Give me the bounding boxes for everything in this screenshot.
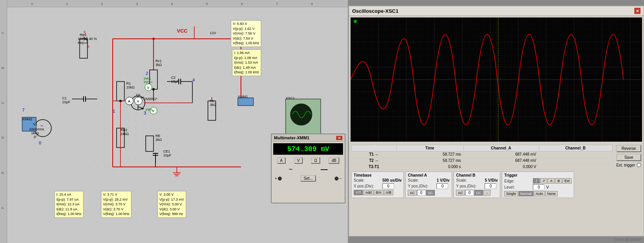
- chb-ypos-input[interactable]: [485, 183, 496, 189]
- trigger-mode-group: Single Normal Auto None: [504, 191, 571, 196]
- cha-ac[interactable]: AC: [408, 190, 417, 196]
- trigger-edge-label: Edge:: [504, 179, 531, 183]
- ce1-value: 10µF: [163, 153, 171, 157]
- mm-plus-jack: [278, 177, 282, 181]
- save-button[interactable]: Save: [616, 154, 641, 161]
- osc-close-button[interactable]: ✕: [634, 8, 641, 14]
- measurements-table: Time Channel_A Channel_B T1 ↔ 58.727 ms …: [351, 145, 613, 170]
- cha-coupling-group: AC DC: [408, 190, 450, 196]
- ext-trigger-row: Ext. trigger: [616, 163, 641, 167]
- meas-row-t2: T2 ↔ 58.727 ms 687.448 mV: [352, 158, 613, 164]
- c2-label: C2: [171, 76, 176, 80]
- t2t1-chb: [539, 164, 612, 170]
- svg-text:4: 4: [171, 2, 173, 6]
- xmm2-label: XMM2: [22, 117, 32, 121]
- channel-a-section: Channel A Scale: 1 V/Div Y pos.(Div): AC…: [405, 172, 452, 198]
- rb2-value: 24kΩ: [120, 132, 129, 136]
- chb-coupling-val[interactable]: [465, 190, 474, 196]
- trig-normal[interactable]: Normal: [518, 191, 534, 196]
- trig-edge-rise[interactable]: ↗: [540, 178, 547, 184]
- svg-line-41: [138, 107, 144, 109]
- cha-coupling-val[interactable]: [417, 190, 426, 196]
- chb-ac[interactable]: AC: [456, 190, 465, 196]
- trig-auto[interactable]: Auto: [534, 191, 545, 196]
- mm-Ohm-button[interactable]: Ω: [311, 157, 320, 164]
- rw1-value: 100kΩ 40 %: [78, 37, 97, 41]
- timebase-section: Timebase Scale: 500 us/Div X pos.(Div): …: [351, 172, 404, 198]
- cha-ypos-label: Y pos.(Div):: [408, 184, 435, 188]
- chb-title: Channel B: [456, 173, 498, 177]
- chb-ypos-row: Y pos.(Div):: [456, 183, 498, 189]
- cha-scale-label: Scale:: [408, 178, 435, 182]
- trig-single[interactable]: Single: [504, 191, 518, 196]
- copyright: CSDN @Zanebla: [614, 238, 641, 241]
- svg-text:A: A: [128, 99, 131, 103]
- trig-edge-b[interactable]: B: [555, 178, 562, 184]
- ext-trigger-radio[interactable]: [637, 163, 641, 167]
- mm-mode-row: ~ —: [272, 165, 345, 174]
- chb-minus[interactable]: -: [483, 190, 490, 196]
- mm-A-button[interactable]: A: [277, 157, 286, 164]
- svg-point-49: [126, 97, 133, 105]
- osc-right-buttons: Reverse Save Ext. trigger: [616, 145, 641, 167]
- svg-text:C: C: [1, 101, 5, 104]
- mm-dc-icon[interactable]: —: [321, 165, 328, 174]
- mm-V-button[interactable]: V: [294, 157, 303, 164]
- tooltip-rc1: I: 1.96 mAI(p-p): 1.08 mAI(rms): 1.53 mA…: [232, 49, 261, 76]
- chb-scale-row: Scale: 5 V/Div: [456, 178, 498, 182]
- mm-ac-icon[interactable]: ~: [289, 165, 293, 174]
- node7: 7: [22, 108, 24, 112]
- c2-value: 10µF: [171, 80, 179, 83]
- mm-minus-jack: [335, 177, 339, 181]
- mm-minus-terminal: −: [335, 176, 342, 181]
- mm-dB-button[interactable]: dB: [328, 157, 339, 164]
- trig-none[interactable]: None: [545, 191, 558, 196]
- tooltip-rb2: V: 3.71 VV(p-p): 28.2 mVV(rms): 3.70 VV(…: [101, 191, 131, 218]
- svg-rect-11: [150, 70, 157, 89]
- trigger-level-input[interactable]: [533, 184, 545, 190]
- svg-point-51: [134, 97, 142, 105]
- rc1-value: 3kΩ: [155, 63, 162, 67]
- svg-text:F: F: [1, 207, 5, 209]
- t1-chb: [539, 151, 612, 158]
- v1-value2: 1kHz: [31, 131, 39, 135]
- rb2-label: RB2: [120, 128, 127, 132]
- meas-header-chb: Channel_B: [539, 145, 612, 151]
- trig-edge-a[interactable]: A: [548, 178, 555, 184]
- node1: 1: [113, 109, 115, 113]
- reverse-button[interactable]: Reverse: [616, 145, 641, 152]
- timebase-scale-row: Scale: 500 us/Div: [354, 178, 401, 182]
- cha-dc[interactable]: DC: [426, 190, 435, 196]
- re-label: RE: [155, 134, 161, 138]
- trig-edge-f[interactable]: ƒ: [533, 178, 540, 184]
- t2-chb: [539, 158, 612, 164]
- mm-close-button[interactable]: ✕: [336, 136, 342, 140]
- timebase-xpos-row: X pos.(Div):: [354, 183, 401, 189]
- mode-yt[interactable]: Y/T: [354, 190, 363, 195]
- trig-edge-ext[interactable]: Ext: [562, 178, 571, 184]
- xmm1-label: XMM1: [238, 95, 248, 99]
- trigger-level-label: Level:: [504, 185, 531, 189]
- meas-header-cha: Channel_A: [463, 145, 539, 151]
- c1-label: C1: [62, 96, 67, 100]
- mode-ab[interactable]: A/B: [384, 190, 394, 195]
- t2t1-cha: 0.000 V: [463, 164, 539, 170]
- svg-rect-4: [0, 0, 7, 243]
- vcc-voltage: 12V: [210, 31, 216, 35]
- svg-marker-42: [141, 108, 144, 109]
- cha-ypos-input[interactable]: [436, 183, 448, 189]
- svg-text:6: 6: [241, 2, 243, 6]
- timebase-xpos-input[interactable]: [382, 183, 394, 189]
- node0: 0: [39, 141, 41, 145]
- t1-label: T1 ↔: [352, 151, 396, 158]
- channel-b-section: Channel B Scale: 5 V/Div Y pos.(Div): AC…: [454, 172, 500, 198]
- t2-label: T2 ↔: [352, 158, 396, 164]
- mode-ba[interactable]: B/A: [374, 190, 384, 195]
- chb-dc[interactable]: DC: [474, 190, 483, 196]
- timebase-xpos-label: X pos.(Div):: [354, 184, 381, 188]
- t1-time: 58.727 ms: [396, 151, 463, 158]
- svg-point-53: [145, 84, 152, 91]
- mode-add[interactable]: Add: [363, 190, 373, 195]
- meas-row-t1: T1 ↔ 58.727 ms 687.448 mV: [352, 151, 613, 158]
- mm-set-button[interactable]: Set...: [300, 175, 316, 182]
